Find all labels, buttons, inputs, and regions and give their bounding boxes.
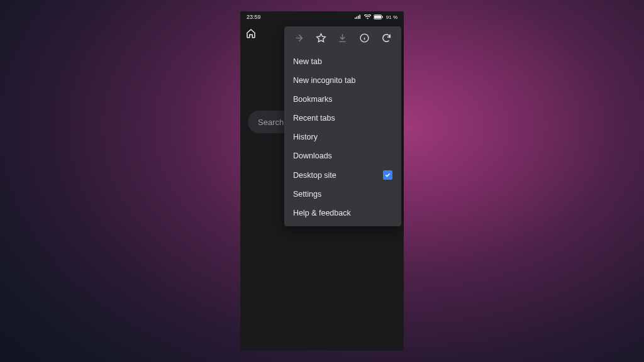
- menu-item-label: Help & feedback: [293, 209, 351, 217]
- menu-item-label: Downloads: [293, 151, 332, 160]
- battery-percent: 91 %: [386, 14, 397, 20]
- phone-frame: 23:59 91 % Search or: [240, 11, 404, 351]
- check-icon: [384, 172, 391, 178]
- download-icon[interactable]: [337, 33, 348, 46]
- menu-item-settings[interactable]: Settings: [284, 185, 401, 204]
- svg-rect-1: [374, 16, 381, 19]
- menu-item-label: Bookmarks: [293, 95, 333, 104]
- menu-item-new-tab[interactable]: New tab: [284, 52, 401, 71]
- menu-item-label: New tab: [293, 57, 322, 66]
- menu-item-label: New incognito tab: [293, 76, 355, 85]
- overflow-menu: New tab New incognito tab Bookmarks Rece…: [284, 26, 401, 226]
- battery-icon: [374, 14, 384, 19]
- menu-item-history[interactable]: History: [284, 128, 401, 146]
- forward-icon[interactable]: [294, 33, 304, 46]
- menu-item-new-incognito[interactable]: New incognito tab: [284, 71, 401, 90]
- status-time: 23:59: [247, 14, 261, 20]
- svg-rect-2: [382, 16, 382, 18]
- info-icon[interactable]: [359, 33, 370, 46]
- menu-icon-row: [284, 26, 401, 52]
- star-icon[interactable]: [316, 33, 326, 46]
- menu-item-label: Recent tabs: [293, 114, 335, 123]
- menu-item-bookmarks[interactable]: Bookmarks: [284, 90, 401, 109]
- menu-item-downloads[interactable]: Downloads: [284, 146, 401, 165]
- status-indicators: 91 %: [355, 14, 397, 20]
- menu-item-recent-tabs[interactable]: Recent tabs: [284, 109, 401, 128]
- menu-item-help[interactable]: Help & feedback: [284, 204, 401, 222]
- reload-icon[interactable]: [381, 33, 392, 46]
- menu-item-desktop-site[interactable]: Desktop site: [284, 165, 401, 185]
- status-bar: 23:59 91 %: [240, 11, 404, 23]
- wifi-icon: [364, 14, 371, 19]
- menu-item-label: History: [293, 133, 318, 141]
- desktop-site-checkbox[interactable]: [383, 170, 392, 180]
- menu-item-label: Settings: [293, 190, 321, 199]
- home-icon[interactable]: [245, 28, 257, 41]
- signal-icon: [355, 14, 362, 19]
- menu-item-label: Desktop site: [293, 171, 336, 180]
